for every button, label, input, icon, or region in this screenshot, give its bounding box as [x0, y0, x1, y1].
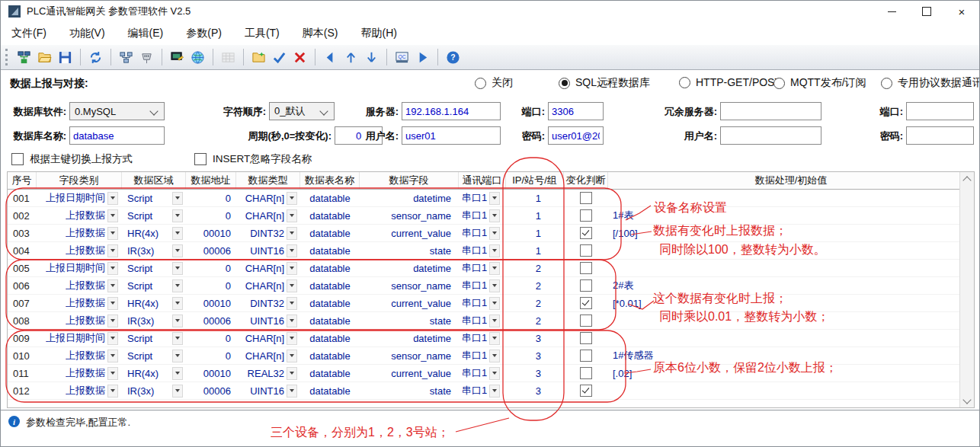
column-header[interactable]: 数据字段 — [360, 172, 459, 189]
network-globe-icon[interactable] — [188, 48, 207, 67]
dropdown-button-icon[interactable] — [489, 350, 500, 362]
radio-option-1[interactable]: SQL远程数据库 — [559, 76, 650, 90]
table-row[interactable]: 006上报数据Script0CHAR[n]datatablesensor_nam… — [8, 277, 974, 295]
cell-data-area[interactable]: HR(4x) — [122, 365, 186, 382]
menu-item[interactable]: 文件(F) — [11, 27, 46, 40]
cell-process-value[interactable] — [608, 312, 974, 329]
cell-category[interactable]: 上报日期时间 — [37, 260, 122, 276]
refresh-icon[interactable] — [86, 48, 105, 67]
save-icon[interactable] — [56, 48, 75, 67]
cancel-x-icon[interactable] — [290, 48, 309, 67]
cell-data-type[interactable]: REAL32 — [236, 365, 300, 382]
cell-data-type[interactable]: DINT32 — [236, 295, 300, 311]
change-checkbox[interactable] — [580, 279, 592, 292]
cell-data-area[interactable]: Script — [122, 260, 186, 276]
dropdown-button-icon[interactable] — [107, 350, 118, 362]
cell-data-area[interactable]: IR(3x) — [122, 382, 186, 399]
cell-data-address[interactable]: 00006 — [186, 242, 236, 259]
cell-process-value[interactable] — [608, 330, 974, 346]
cell-process-value[interactable]: [.02] — [608, 365, 974, 382]
dropdown-button-icon[interactable] — [172, 209, 183, 222]
dropdown-button-icon[interactable] — [172, 367, 183, 380]
cell-table-name[interactable]: datatable — [300, 347, 360, 364]
cell-category[interactable]: 上报日期时间 — [37, 190, 122, 206]
dropdown-button-icon[interactable] — [489, 244, 500, 257]
table-row[interactable]: 005上报日期时间Script0CHAR[n]datatabledatetime… — [8, 260, 974, 277]
cell-table-name[interactable]: datatable — [300, 277, 360, 294]
cell-data-type[interactable]: CHAR[n] — [236, 277, 300, 294]
cell-process-value[interactable]: 2#表 — [608, 277, 974, 294]
change-checkbox[interactable] — [580, 314, 592, 327]
down-arrow-icon[interactable] — [362, 48, 381, 67]
cell-station[interactable]: 2 — [506, 260, 564, 276]
cell-comm-port[interactable]: 串口1 — [459, 312, 506, 329]
dropdown-button-icon[interactable] — [107, 227, 118, 240]
cell-data-area[interactable]: HR(4x) — [122, 225, 186, 241]
server-input[interactable] — [402, 102, 501, 120]
vertical-scrollbar[interactable] — [959, 172, 974, 407]
dropdown-button-icon[interactable] — [172, 262, 183, 275]
username-input[interactable] — [402, 126, 501, 145]
cell-comm-port[interactable]: 串口1 — [459, 190, 506, 206]
dropdown-button-icon[interactable] — [489, 332, 500, 345]
cell-station[interactable]: 1 — [506, 225, 564, 241]
cell-data-field[interactable]: state — [360, 312, 459, 329]
cell-station[interactable]: 2 — [506, 312, 564, 329]
dropdown-button-icon[interactable] — [287, 244, 297, 257]
table-row[interactable]: 012上报数据IR(3x)00006UINT16datatablestate串口… — [8, 382, 974, 400]
dropdown-button-icon[interactable] — [287, 227, 297, 240]
cell-table-name[interactable]: datatable — [300, 295, 360, 311]
cell-data-field[interactable]: sensor_name — [360, 277, 459, 294]
cell-data-field[interactable]: datetime — [360, 330, 459, 346]
radio-option-4[interactable]: 专用协议数据通讯 — [881, 76, 980, 90]
dropdown-button-icon[interactable] — [107, 192, 118, 205]
dropdown-button-icon[interactable] — [287, 385, 297, 398]
cell-table-name[interactable]: datatable — [300, 260, 360, 276]
cell-data-type[interactable]: CHAR[n] — [236, 207, 300, 224]
cell-comm-port[interactable]: 串口1 — [459, 225, 506, 241]
dropdown-button-icon[interactable] — [172, 297, 183, 310]
cell-station[interactable]: 3 — [506, 330, 564, 346]
new-folder-icon[interactable] — [249, 48, 268, 67]
cell-station[interactable]: 1 — [506, 207, 564, 224]
cell-data-area[interactable]: Script — [122, 330, 186, 346]
cell-process-value[interactable]: 1#表 — [608, 207, 974, 224]
dropdown-button-icon[interactable] — [489, 367, 500, 380]
cell-table-name[interactable]: datatable — [300, 190, 360, 206]
cell-process-value[interactable] — [608, 382, 974, 399]
cell-data-field[interactable]: sensor_name — [360, 207, 459, 224]
cell-data-address[interactable]: 0 — [186, 207, 236, 224]
cell-data-field[interactable]: datetime — [360, 260, 459, 276]
cell-category[interactable]: 上报数据 — [37, 382, 122, 399]
cell-category[interactable]: 上报日期时间 — [37, 330, 122, 346]
cell-data-field[interactable]: current_value — [360, 365, 459, 382]
change-checkbox[interactable] — [580, 209, 592, 222]
close-button[interactable]: × — [944, 1, 979, 22]
cell-data-field[interactable]: sensor_name — [360, 347, 459, 364]
dropdown-button-icon[interactable] — [287, 332, 297, 345]
cell-table-name[interactable]: datatable — [300, 242, 360, 259]
dropdown-button-icon[interactable] — [172, 314, 183, 327]
dropdown-button-icon[interactable] — [107, 244, 118, 257]
cell-process-value[interactable] — [608, 242, 974, 259]
cell-data-address[interactable]: 00006 — [186, 312, 236, 329]
cell-table-name[interactable]: datatable — [300, 382, 360, 399]
maximize-button[interactable] — [909, 1, 944, 22]
redundant-server-input[interactable] — [720, 102, 821, 120]
password-input[interactable] — [548, 126, 604, 145]
column-header[interactable]: 数据表名称 — [300, 172, 360, 189]
dropdown-button-icon[interactable] — [287, 279, 297, 292]
toolbar-grip[interactable] — [5, 49, 10, 65]
cell-data-address[interactable]: 00010 — [186, 365, 236, 382]
table-row[interactable]: 007上报数据HR(4x)00010DINT32datatablecurrent… — [8, 295, 974, 312]
qc-monitor-icon[interactable]: QC — [392, 48, 412, 67]
dropdown-button-icon[interactable] — [172, 385, 183, 398]
cell-category[interactable]: 上报数据 — [37, 225, 122, 241]
radio-option-0[interactable]: 关闭 — [475, 76, 513, 90]
table-row[interactable]: 011上报数据HR(4x)00010REAL32datatablecurrent… — [8, 365, 974, 382]
cell-data-address[interactable]: 0 — [186, 347, 236, 364]
redundant-username-input[interactable] — [720, 126, 821, 145]
cell-table-name[interactable]: datatable — [300, 312, 360, 329]
cell-data-field[interactable]: current_value — [360, 225, 459, 241]
dropdown-button-icon[interactable] — [287, 297, 297, 310]
